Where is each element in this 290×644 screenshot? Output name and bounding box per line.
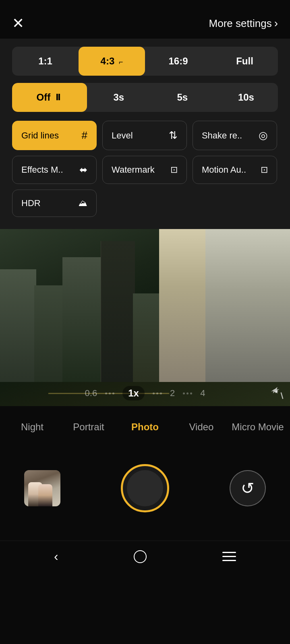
home-icon [134,550,147,563]
controls-area: 1:1 4:3 ⌐ 16:9 Full Off ⏸ 3s 5s 10s Grid… [0,39,290,229]
menu-icon [222,552,236,561]
zoom-4[interactable]: 4 [200,388,205,398]
timer-off-icon: ⏸ [54,92,62,103]
ai-enhance-button[interactable] [268,384,284,402]
timer-5s[interactable]: 5s [151,83,214,112]
mode-tabs: Night Portrait Photo Video Micro Movie [0,406,290,444]
motion-auto-button[interactable]: Motion Au.. ⊡ [193,156,277,184]
zoom-1x[interactable]: 1x [122,386,145,400]
aspect-full[interactable]: Full [211,47,278,76]
hdr-button[interactable]: HDR ⛰ [12,190,97,217]
more-settings-button[interactable]: More settings › [209,17,278,30]
grid-lines-button[interactable]: Grid lines # [12,121,97,150]
zoom-bar: 0.6 1x 2 4 [0,386,290,400]
zoom-0-6[interactable]: 0.6 [85,388,97,398]
hdr-icon: ⛰ [79,198,87,208]
chevron-right-icon: › [274,17,278,30]
aspect-16-9[interactable]: 16:9 [145,47,211,76]
nav-menu-button[interactable] [222,552,236,561]
flip-camera-button[interactable]: ↺ [230,470,266,506]
level-button[interactable]: Level ⇅ [102,121,187,150]
grid-lines-label: Grid lines [21,130,59,141]
zoom-dots-2 [153,392,162,394]
effects-icon: ⬌ [79,164,87,175]
effects-label: Effects M.. [21,165,63,175]
zoom-2[interactable]: 2 [170,388,175,398]
viewfinder-bg [0,229,290,406]
nav-home-button[interactable] [134,550,147,563]
options-grid: Grid lines # Level ⇅ Shake re.. ◎ Effect… [12,121,278,217]
hdr-label: HDR [21,198,41,208]
tab-night[interactable]: Night [4,418,60,436]
shake-icon: ◎ [259,129,268,142]
spacer2 [0,528,290,541]
gallery-image [24,470,60,506]
shutter-inner [127,470,163,506]
shake-reduction-button[interactable]: Shake re.. ◎ [193,121,277,150]
buildings-silhouette [0,245,290,382]
timer-off-label: Off [37,92,51,103]
zoom-dots-3 [183,392,192,394]
gallery-thumbnail[interactable] [24,470,60,506]
zoom-dots-1 [105,392,114,394]
level-label: Level [112,130,133,141]
nav-bar: ‹ [0,541,290,576]
watermark-icon: ⊡ [170,165,178,175]
viewfinder: 0.6 1x 2 4 [0,229,290,406]
tab-micro-movie[interactable]: Micro Movie [230,418,286,436]
close-button[interactable]: ✕ [12,16,24,31]
back-icon: ‹ [54,549,58,564]
watermark-button[interactable]: Watermark ⊡ [102,156,187,184]
camera-controls: ↺ [0,452,290,528]
motion-label: Motion Au.. [202,165,246,175]
shutter-button[interactable] [121,464,169,512]
spacer [0,444,290,452]
shake-label: Shake re.. [202,130,242,141]
tab-photo[interactable]: Photo [117,418,173,436]
tab-video[interactable]: Video [173,418,230,436]
aspect-ratio-row: 1:1 4:3 ⌐ 16:9 Full [12,47,278,76]
timer-off[interactable]: Off ⏸ [12,83,87,112]
aspect-4-3[interactable]: 4:3 ⌐ [79,47,145,76]
motion-icon: ⊡ [261,165,268,175]
aspect-1-1[interactable]: 1:1 [12,47,79,76]
top-bar: ✕ More settings › [0,0,290,39]
nav-back-button[interactable]: ‹ [54,549,58,564]
tab-portrait[interactable]: Portrait [60,418,117,436]
timer-10s[interactable]: 10s [214,83,278,112]
flip-icon: ↺ [241,479,255,497]
level-icon: ⇅ [169,129,178,142]
svg-line-0 [281,393,283,398]
watermark-label: Watermark [112,165,155,175]
grid-icon: # [82,129,87,142]
timer-3s[interactable]: 3s [87,83,151,112]
effects-mirror-button[interactable]: Effects M.. ⬌ [12,156,97,184]
timer-row: Off ⏸ 3s 5s 10s [12,83,278,112]
more-settings-label: More settings [209,17,272,30]
